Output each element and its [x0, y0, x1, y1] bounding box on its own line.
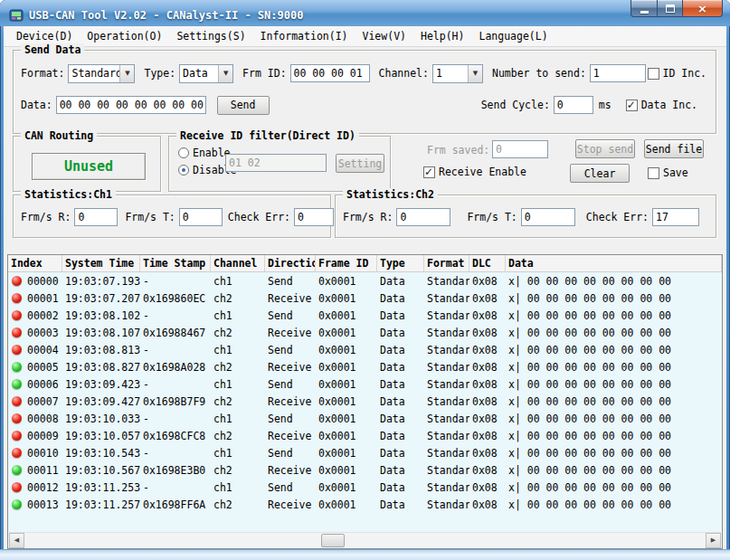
frame-row[interactable]: 0001019:03:10.543-ch1Send0x0001DataStand…: [8, 444, 722, 461]
cell-data: x| 00 00 00 00 00 00 00 00: [506, 307, 722, 324]
cell-channel: ch1: [211, 444, 265, 461]
menu-device[interactable]: Device(D): [9, 27, 80, 45]
filter-id-input[interactable]: 01 02: [225, 154, 327, 172]
cell-system_time: 19:03:11.253: [62, 479, 140, 496]
menu-bar: Device(D) Operation(O) Settings(S) Infor…: [4, 26, 726, 47]
type-select[interactable]: Data ▼: [179, 64, 233, 83]
ch1-check-err-input[interactable]: 0: [294, 208, 334, 226]
menu-help[interactable]: Help(H): [413, 27, 471, 45]
channel-dropdown-icon[interactable]: ▼: [468, 65, 482, 82]
ch1-frm-r-input[interactable]: 0: [74, 208, 118, 226]
enable-radio[interactable]: [178, 147, 189, 158]
cell-channel: ch2: [211, 427, 265, 444]
horizontal-scrollbar[interactable]: ◀ ▶: [9, 532, 721, 547]
titlebar[interactable]: USB-CAN Tool V2.02 - CANalyst-II - SN:90…: [0, 0, 730, 26]
column-header-type[interactable]: Type: [377, 255, 424, 271]
column-header-directio[interactable]: Directio: [265, 255, 316, 271]
frame-row[interactable]: 0000919:03:10.0570x1698CFC8ch2Receive0x0…: [8, 427, 722, 444]
cell-data: x| 00 00 00 00 00 00 00 00: [506, 375, 722, 393]
frame-row[interactable]: 0000519:03:08.8270x1698A028ch2Receive0x0…: [8, 358, 722, 375]
cell-time_stamp: 0x1698A028: [140, 358, 211, 375]
scroll-right-icon: ▶: [711, 536, 716, 544]
scroll-left-button[interactable]: ◀: [9, 533, 24, 548]
receive-enable-checkbox[interactable]: [423, 166, 435, 178]
cell-direction: Send: [265, 410, 316, 427]
table-body: 0000019:03:07.193-ch1Send0x0001DataStand…: [8, 272, 722, 513]
frame-row[interactable]: 0000219:03:08.102-ch1Send0x0001DataStand…: [8, 307, 722, 324]
disable-radio[interactable]: [178, 165, 189, 176]
ch2-check-err-value: 17: [656, 211, 668, 223]
format-select[interactable]: Standard ▼: [68, 64, 135, 83]
number-to-send-input[interactable]: 1: [590, 64, 646, 82]
channel-select[interactable]: 1 ▼: [432, 64, 483, 83]
frame-row[interactable]: 0000619:03:09.423-ch1Send0x0001DataStand…: [8, 375, 722, 393]
frame-row[interactable]: 0000119:03:07.2070x169860ECch2Receive0x0…: [8, 289, 722, 307]
frame-row[interactable]: 0000019:03:07.193-ch1Send0x0001DataStand…: [8, 272, 722, 289]
column-header-data[interactable]: Data: [506, 255, 722, 271]
frame-row[interactable]: 0001319:03:11.2570x1698FF6Ach2Receive0x0…: [8, 496, 722, 513]
frm-saved-input[interactable]: 0: [492, 140, 548, 158]
column-header-frame-id[interactable]: Frame ID: [316, 255, 377, 271]
maximize-button[interactable]: [657, 0, 682, 17]
type-dropdown-icon[interactable]: ▼: [218, 65, 232, 82]
close-button[interactable]: ×: [682, 0, 723, 17]
ch2-frm-t-input[interactable]: 0: [521, 208, 575, 226]
frame-row[interactable]: 0000319:03:08.1070x16988467ch2Receive0x0…: [8, 324, 722, 341]
cell-format: Standar': [424, 496, 469, 513]
can-routing-status[interactable]: Unused: [32, 153, 146, 180]
menu-settings[interactable]: Settings(S): [169, 27, 252, 45]
menu-view[interactable]: View(V): [356, 27, 413, 45]
id-inc-checkbox[interactable]: [648, 68, 659, 80]
send-button[interactable]: Send: [217, 96, 270, 115]
column-header-dlc[interactable]: DLC: [469, 255, 506, 271]
cell-dlc: 0x08: [469, 393, 506, 410]
channel-label: Channel:: [379, 67, 429, 80]
menu-information[interactable]: Information(I): [253, 27, 356, 45]
column-header-format[interactable]: Format: [424, 255, 469, 271]
send-file-button[interactable]: Send file: [644, 139, 704, 158]
column-header-time-stamp[interactable]: Time Stamp: [140, 255, 211, 271]
format-dropdown-icon[interactable]: ▼: [119, 65, 134, 82]
workspace: Send Data Format: Standard ▼ Type: Data …: [4, 47, 726, 549]
ch2-frm-r-input[interactable]: 0: [396, 208, 450, 226]
frm-id-input[interactable]: 00 00 00 01: [290, 64, 370, 82]
frame-row[interactable]: 0001119:03:10.5670x1698E3B0ch2Receive0x0…: [8, 461, 722, 479]
cell-index: 00001: [8, 289, 62, 307]
save-checkbox[interactable]: [648, 167, 659, 179]
cell-direction: Send: [265, 444, 316, 461]
frame-row[interactable]: 0000719:03:09.4270x1698B7F9ch2Receive0x0…: [8, 393, 722, 410]
can-routing-group-title: CAN Routing: [21, 129, 97, 142]
cell-format: Standar': [424, 289, 469, 307]
frame-row[interactable]: 0000819:03:10.033-ch1Send0x0001DataStand…: [8, 410, 722, 427]
scrollbar-thumb[interactable]: [321, 534, 345, 547]
menu-operation[interactable]: Operation(O): [80, 27, 169, 45]
cell-dlc: 0x08: [469, 427, 506, 444]
column-header-channel[interactable]: Channel: [211, 255, 265, 271]
column-header-index[interactable]: Index: [8, 255, 62, 271]
control-panel: Frm saved: 0 Stop send Send file Receive…: [405, 136, 716, 192]
minimize-button[interactable]: [630, 0, 657, 17]
cell-index: 00004: [8, 341, 62, 358]
menu-language[interactable]: Language(L): [471, 27, 555, 45]
clear-button[interactable]: Clear: [570, 164, 630, 183]
data-value: 00 00 00 00 00 00 00 00: [60, 99, 204, 111]
column-header-system-time[interactable]: System Time: [62, 255, 140, 271]
cell-time_stamp: -: [140, 444, 211, 461]
setting-button[interactable]: Setting: [336, 154, 384, 173]
ch1-frm-t-input[interactable]: 0: [179, 208, 223, 226]
frame-row[interactable]: 0000419:03:08.813-ch1Send0x0001DataStand…: [8, 341, 722, 358]
cell-index: 00011: [8, 461, 62, 479]
data-inc-checkbox[interactable]: [626, 100, 638, 111]
cell-direction: Receive: [265, 496, 316, 513]
frm-id-value: 00 00 00 01: [294, 67, 363, 80]
scroll-right-button[interactable]: ▶: [706, 533, 721, 548]
ch2-check-err-input[interactable]: 17: [652, 208, 699, 226]
send-data-row-2: Data: 00 00 00 00 00 00 00 00 Send Send …: [21, 95, 706, 115]
frame-row[interactable]: 0001219:03:11.253-ch1Send0x0001DataStand…: [8, 479, 722, 496]
send-cycle-label: Send Cycle:: [481, 99, 550, 111]
data-input[interactable]: 00 00 00 00 00 00 00 00: [56, 96, 206, 114]
cell-frame_id: 0x0001: [316, 289, 377, 307]
stop-send-button[interactable]: Stop send: [575, 139, 635, 158]
send-cycle-input[interactable]: 0: [554, 96, 593, 114]
frame-status-icon: [12, 431, 22, 441]
